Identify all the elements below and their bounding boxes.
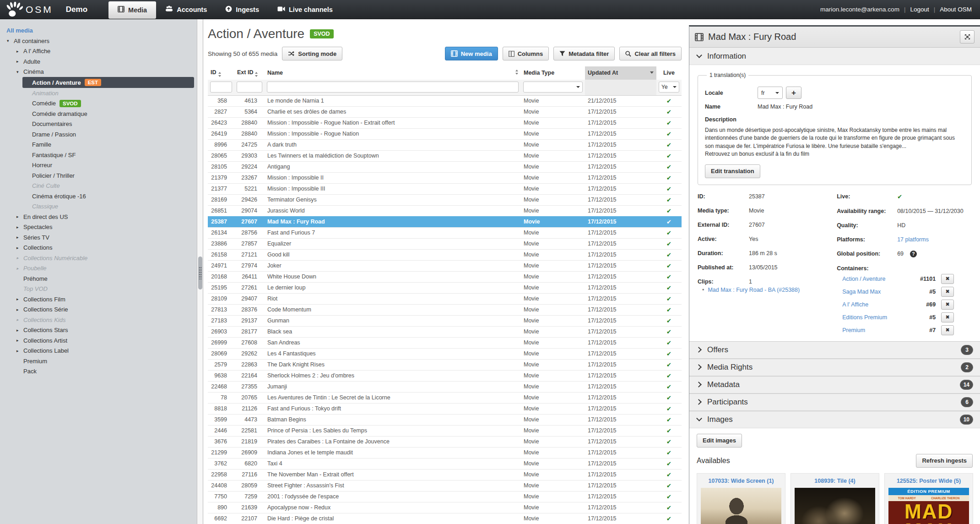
sidebar-item-animation[interactable]: Animation bbox=[0, 88, 197, 98]
sidebar-item-classique[interactable]: Classique bbox=[0, 202, 197, 212]
table-row[interactable]: 2129926909Indiana Jones et le temple mau… bbox=[208, 447, 682, 458]
section-media-rights[interactable]: Media Rights2 bbox=[689, 359, 980, 376]
logout-link[interactable]: Logout bbox=[910, 6, 929, 13]
sort-icon[interactable] bbox=[255, 72, 258, 77]
remove-container-button[interactable]: ✖ bbox=[941, 325, 954, 335]
expand-arrow-icon[interactable]: ▸ bbox=[16, 235, 23, 240]
sidebar-item-cin-ma-rotique-16[interactable]: Cinéma érotique -16 bbox=[0, 191, 197, 202]
sidebar-item-spectacles[interactable]: ▸Spectacles bbox=[0, 222, 197, 233]
sidebar-item-collections[interactable]: ▸Collections bbox=[0, 243, 197, 253]
add-translation-button[interactable]: + bbox=[786, 87, 801, 99]
sort-icon[interactable] bbox=[515, 70, 518, 75]
table-row[interactable]: 2642328840Mission : Impossible - Rogue N… bbox=[208, 117, 682, 128]
filter-live-select[interactable]: Ye bbox=[659, 82, 679, 93]
table-row[interactable]: 899624725A dark truthMovie17/12/2015✔ bbox=[208, 139, 682, 150]
filter-ext-id-input[interactable] bbox=[237, 82, 262, 93]
sidebar-item-collections-kids[interactable]: ▸Collections Kids bbox=[0, 315, 197, 325]
container-link[interactable]: Premium bbox=[842, 327, 915, 333]
expand-arrow-icon[interactable]: ▸ bbox=[16, 225, 23, 229]
refresh-ingests-button[interactable]: Refresh ingests bbox=[916, 454, 973, 468]
section-offers[interactable]: Offers3 bbox=[689, 341, 980, 359]
column-header-live[interactable]: Live bbox=[656, 66, 682, 80]
table-row[interactable]: 2699927608San AndreasMovie17/12/2015✔ bbox=[208, 337, 682, 348]
sidebar-item-pr-home[interactable]: Préhome bbox=[0, 273, 197, 284]
remove-container-button[interactable]: ✖ bbox=[941, 312, 954, 322]
table-row[interactable]: 2806929262Les 4 FantastiquesMovie17/12/2… bbox=[208, 348, 682, 359]
column-header-ext-id[interactable]: Ext ID bbox=[234, 66, 265, 80]
table-row[interactable]: 35994473Batman BeginsMovie17/12/2015✔ bbox=[208, 414, 682, 425]
sidebar-item-pack[interactable]: Pack bbox=[0, 366, 197, 377]
sidebar-item-drame-passion[interactable]: Drame / Passion bbox=[0, 129, 197, 140]
splitter-grip-handle[interactable] bbox=[198, 257, 202, 289]
collapse-arrow-icon[interactable]: ▾ bbox=[16, 70, 23, 74]
container-link[interactable]: Saga Mad Max bbox=[842, 289, 915, 295]
sidebar-splitter[interactable] bbox=[197, 19, 203, 524]
table-row[interactable]: 2016826411White House DownMovie17/12/201… bbox=[208, 271, 682, 282]
expand-arrow-icon[interactable]: ▸ bbox=[16, 297, 23, 301]
remove-container-button[interactable]: ✖ bbox=[941, 274, 954, 284]
table-row[interactable]: 775072592001 : l'odyssée de l'espaceMovi… bbox=[208, 491, 682, 502]
sidebar-item-policier-thriller[interactable]: Policier / Thriller bbox=[0, 170, 197, 181]
table-row[interactable]: 7820765Les Aventures de Tintin : Le Secr… bbox=[208, 392, 682, 403]
section-metadata[interactable]: Metadata14 bbox=[689, 376, 980, 393]
sidebar-item-horreur[interactable]: Horreur bbox=[0, 160, 197, 171]
column-header-name[interactable]: Name bbox=[265, 66, 521, 80]
table-row[interactable]: 2613428756Fast and Furious 7Movie17/12/2… bbox=[208, 227, 682, 238]
sidebar-item-famille[interactable]: Famille bbox=[0, 140, 197, 150]
table-row[interactable]: 89021639Apocalypse now - ReduxMovie17/12… bbox=[208, 502, 682, 513]
table-row[interactable]: 2816929426Terminator GenisysMovie17/12/2… bbox=[208, 194, 682, 205]
sidebar-item-collections-film[interactable]: ▸Collections Film bbox=[0, 294, 197, 305]
nav-tab-ingests[interactable]: Ingests bbox=[216, 0, 268, 19]
sidebar-item-documentaires[interactable]: Documentaires bbox=[0, 119, 197, 130]
table-row[interactable]: 2388627857EqualizerMovie17/12/2015✔ bbox=[208, 238, 682, 249]
table-row[interactable]: 2519527261Le dernier loupMovie17/12/2015… bbox=[208, 282, 682, 293]
expand-panel-button[interactable] bbox=[960, 30, 975, 44]
collapse-arrow-icon[interactable]: ▾ bbox=[7, 38, 14, 43]
sidebar-item-all-containers[interactable]: ▾All containers bbox=[0, 36, 197, 46]
sidebar-item-top-vod[interactable]: Top VOD bbox=[0, 284, 197, 295]
about-osm-link[interactable]: About OSM bbox=[940, 6, 972, 13]
remove-container-button[interactable]: ✖ bbox=[941, 287, 954, 297]
filter-id-input[interactable] bbox=[210, 82, 232, 93]
filter-name-input[interactable] bbox=[267, 82, 519, 93]
table-row[interactable]: 2641928840Mission : Impossible - Rogue N… bbox=[208, 128, 682, 139]
table-row[interactable]: 2810929407RiotMovie17/12/2015✔ bbox=[208, 293, 682, 304]
sidebar-item-collections-label[interactable]: ▸Collections Label bbox=[0, 346, 197, 356]
sidebar-item-a-l-affiche[interactable]: ▸A l' Affiche bbox=[0, 46, 197, 57]
filter-media-type-select[interactable] bbox=[523, 82, 583, 93]
image-title-link[interactable]: 125525: Poster Wide (5) bbox=[888, 478, 969, 484]
table-row[interactable]: 2806529303Les Twinners et la malédiction… bbox=[208, 150, 682, 161]
container-link[interactable]: A l' Affiche bbox=[842, 301, 915, 308]
sidebar-item-premium[interactable]: Premium bbox=[0, 356, 197, 366]
sidebar-item-collections-num-ricable[interactable]: ▸Collections Numéricable bbox=[0, 253, 197, 263]
table-row[interactable]: 963822164Sherlock Holmes 2 : Jeu d'ombre… bbox=[208, 370, 682, 381]
table-row[interactable]: 257922863The Dark Knight RisesMovie17/12… bbox=[208, 359, 682, 370]
sidebar-item-com-die-dramatique[interactable]: Comédie dramatique bbox=[0, 109, 197, 119]
table-row[interactable]: 2690328177Black seaMovie17/12/2015✔ bbox=[208, 326, 682, 337]
image-title-link[interactable]: 108939: Tile (4) bbox=[795, 478, 875, 484]
container-link[interactable]: Action / Aventure bbox=[842, 276, 915, 282]
table-row[interactable]: 367621819Pirates des Caraibes : La Fonta… bbox=[208, 436, 682, 447]
remove-container-button[interactable]: ✖ bbox=[941, 300, 954, 310]
platforms-link[interactable]: 17 platforms bbox=[897, 236, 929, 243]
expand-arrow-icon[interactable]: ▸ bbox=[16, 349, 23, 353]
sidebar-item-s-ries-tv[interactable]: ▸Séries TV bbox=[0, 232, 197, 243]
sidebar-item-action-aventure[interactable]: Action / AventureEST bbox=[22, 77, 194, 88]
new-media-button[interactable]: New media bbox=[445, 47, 498, 60]
expand-arrow-icon[interactable]: ▸ bbox=[16, 49, 23, 54]
table-row[interactable]: 2615827121Good killMovie17/12/2015✔ bbox=[208, 249, 682, 260]
section-participants[interactable]: Participants6 bbox=[689, 393, 980, 411]
section-information[interactable]: Information bbox=[689, 48, 980, 65]
sidebar-item-poubelle[interactable]: ▸Poubelle bbox=[0, 263, 197, 274]
image-title-link[interactable]: 107033: Wide Screen (1) bbox=[701, 478, 781, 484]
table-row[interactable]: 2685129074Jurassic WorldMovie17/12/2015✔ bbox=[208, 205, 682, 216]
columns-button[interactable]: Columns bbox=[503, 47, 549, 60]
expand-arrow-icon[interactable]: ▸ bbox=[16, 246, 23, 250]
expand-arrow-icon[interactable]: ▸ bbox=[16, 59, 23, 64]
sidebar-item-collections-artist[interactable]: ▸Collections Artist bbox=[0, 335, 197, 346]
table-row[interactable]: 881821126Fast and Furious : Tokyo driftM… bbox=[208, 403, 682, 414]
table-row[interactable]: 2497127974JokerMovie17/12/2015✔ bbox=[208, 260, 682, 271]
column-header-updated-at[interactable]: Updated At bbox=[585, 66, 656, 80]
expand-arrow-icon[interactable]: ▸ bbox=[16, 256, 23, 260]
clear-all-filters-button[interactable]: Clear all filters bbox=[619, 47, 682, 60]
